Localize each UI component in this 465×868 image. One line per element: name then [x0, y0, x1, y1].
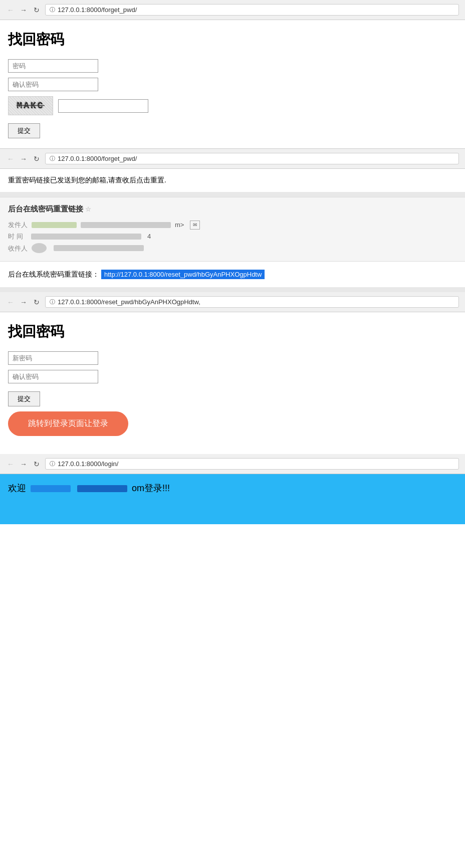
reset-link-section: 后台在线系统密码重置链接： http://127.0.0.1:8000/rese…: [0, 262, 465, 287]
new-password-input[interactable]: [8, 351, 98, 365]
refresh-button-2[interactable]: ↻: [32, 154, 41, 163]
page-title-2: 找回密码: [8, 322, 457, 341]
sender-email-blurred: [81, 222, 171, 228]
forget-pwd-page-1: 找回密码 MAKC 提交: [0, 20, 465, 148]
email-title-text: 后台在线密码重置链接: [8, 204, 83, 213]
email-section: 后台在线密码重置链接 ☆ 发件人 m> ✉ 时 间 4 收件人: [0, 197, 465, 262]
url-bar-4[interactable]: ⓘ 127.0.0.1:8000/login/: [45, 458, 459, 470]
url-text-1: 127.0.0.1:8000/forget_pwd/: [58, 6, 137, 14]
login-success-text: 欢迎 om登录!!!: [8, 482, 457, 494]
captcha-row: MAKC: [8, 96, 457, 115]
browser-chrome-4: ← → ↻ ⓘ 127.0.0.1:8000/login/: [0, 454, 465, 474]
reset-message-text: 重置密码链接已发送到您的邮箱,请查收后点击重置.: [8, 176, 166, 184]
sender-value-blurred: [32, 222, 77, 228]
email-meta: 发件人 m> ✉ 时 间 4 收件人: [8, 219, 457, 254]
forward-button-2[interactable]: →: [19, 154, 28, 163]
url-text-3: 127.0.0.1:8000/reset_pwd/hbGyAnPHXOgpHdt…: [58, 298, 200, 306]
email-action-icon[interactable]: ✉: [190, 221, 200, 230]
lock-icon-1: ⓘ: [50, 6, 55, 14]
lock-icon-4: ⓘ: [50, 460, 55, 468]
confirm-password-input-1[interactable]: [8, 78, 98, 91]
back-button-1[interactable]: ←: [6, 6, 15, 15]
username-blurred-2: [77, 485, 127, 492]
back-button-4[interactable]: ←: [6, 460, 15, 469]
jump-login-button[interactable]: 跳转到登录页面让登录: [8, 411, 128, 436]
browser-chrome-1: ← → ↻ ⓘ 127.0.0.1:8000/forget_pwd/: [0, 0, 465, 20]
username-blurred-1: [31, 485, 71, 492]
time-label: 时 间: [8, 231, 27, 242]
confirm-password-input-2[interactable]: [8, 370, 98, 383]
password-input-1[interactable]: [8, 59, 98, 73]
url-bar-1[interactable]: ⓘ 127.0.0.1:8000/forget_pwd/: [45, 4, 459, 16]
login-success-section: 欢迎 om登录!!!: [0, 474, 465, 524]
email-star-icon: ☆: [85, 205, 91, 213]
browser-chrome-2: ← → ↻ ⓘ 127.0.0.1:8000/forget_pwd/: [0, 149, 465, 169]
email-title: 后台在线密码重置链接 ☆: [8, 204, 457, 214]
time-suffix: 4: [147, 231, 151, 242]
forward-button-3[interactable]: →: [19, 298, 28, 307]
browser-bar-2: ← → ↻ ⓘ 127.0.0.1:8000/forget_pwd/: [0, 149, 465, 169]
captcha-image: MAKC: [8, 96, 53, 115]
back-button-3[interactable]: ←: [6, 298, 15, 307]
time-value-blurred: [31, 234, 141, 240]
refresh-button-4[interactable]: ↻: [32, 460, 41, 469]
url-text-2: 127.0.0.1:8000/forget_pwd/: [58, 155, 137, 162]
welcome-suffix: om登录!!!: [132, 483, 170, 493]
lock-icon-3: ⓘ: [50, 298, 55, 306]
refresh-button-1[interactable]: ↻: [32, 6, 41, 15]
forward-button-1[interactable]: →: [19, 6, 28, 15]
browser-bar-1: ← → ↻ ⓘ 127.0.0.1:8000/forget_pwd/: [0, 0, 465, 20]
reset-message: 重置密码链接已发送到您的邮箱,请查收后点击重置.: [0, 169, 465, 192]
lock-icon-2: ⓘ: [50, 155, 55, 162]
receiver-avatar-blurred: [32, 243, 47, 253]
receiver-label: 收件人: [8, 243, 28, 254]
welcome-prefix: 欢迎: [8, 483, 26, 493]
section-separator-2: [0, 287, 465, 292]
url-text-4: 127.0.0.1:8000/login/: [58, 460, 118, 468]
forward-button-4[interactable]: →: [19, 460, 28, 469]
back-button-2[interactable]: ←: [6, 154, 15, 163]
captcha-text: MAKC: [17, 101, 44, 111]
email-time-row: 时 间 4: [8, 231, 457, 242]
reset-link-url[interactable]: http://127.0.0.1:8000/reset_pwd/hbGyAnPH…: [101, 270, 265, 279]
submit-button-2[interactable]: 提交: [8, 391, 40, 406]
reset-link-label: 后台在线系统密码重置链接：: [8, 270, 99, 279]
sender-suffix: m>: [175, 219, 184, 231]
email-sender-row: 发件人 m> ✉: [8, 219, 457, 231]
section-separator-1: [0, 192, 465, 197]
browser-chrome-3: ← → ↻ ⓘ 127.0.0.1:8000/reset_pwd/hbGyAnP…: [0, 292, 465, 312]
url-bar-2[interactable]: ⓘ 127.0.0.1:8000/forget_pwd/: [45, 153, 459, 164]
email-receiver-row: 收件人: [8, 243, 457, 254]
find-pwd-page-2: 找回密码 提交 跳转到登录页面让登录: [0, 312, 465, 454]
refresh-button-3[interactable]: ↻: [32, 298, 41, 307]
page-title-1: 找回密码: [8, 30, 457, 49]
url-bar-3[interactable]: ⓘ 127.0.0.1:8000/reset_pwd/hbGyAnPHXOgpH…: [45, 296, 459, 308]
submit-button-1[interactable]: 提交: [8, 123, 40, 138]
browser-bar-4: ← → ↻ ⓘ 127.0.0.1:8000/login/: [0, 454, 465, 474]
sender-label: 发件人: [8, 219, 28, 231]
browser-bar-3: ← → ↻ ⓘ 127.0.0.1:8000/reset_pwd/hbGyAnP…: [0, 292, 465, 312]
receiver-name-blurred: [54, 245, 144, 251]
captcha-input[interactable]: [58, 99, 148, 113]
